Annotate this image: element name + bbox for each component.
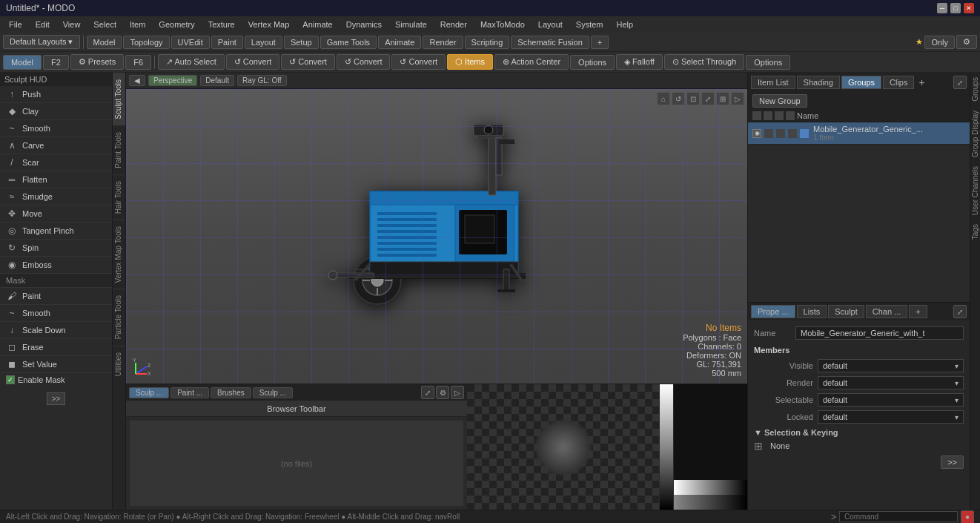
menu-item-view[interactable]: View <box>57 19 87 30</box>
item-list-tab[interactable]: Item List <box>751 76 795 89</box>
falloff-button[interactable]: ◈ Falloff <box>616 54 663 70</box>
maximize-button[interactable]: □ <box>950 3 961 13</box>
viewport-panels-button[interactable]: ⊞ <box>716 92 729 105</box>
viewport-expand-button[interactable]: ▷ <box>731 92 744 105</box>
tab-game-tools[interactable]: Game Tools <box>320 36 377 49</box>
menu-item-file[interactable]: File <box>3 19 28 30</box>
tool-flatten[interactable]: ═ Flatten <box>0 171 112 188</box>
locked-value[interactable]: default ▾ <box>818 410 964 424</box>
add-tab-button[interactable]: + <box>591 36 609 49</box>
tab-model[interactable]: Model <box>87 36 122 49</box>
convert-button-2[interactable]: ↺ Convert <box>281 54 335 70</box>
expand-button[interactable]: >> <box>47 392 66 405</box>
enable-mask-toggle[interactable]: ✓ Enable Mask <box>0 373 112 387</box>
convert-button-3[interactable]: ↺ Convert <box>337 54 391 70</box>
side-tab-utilities[interactable]: Utilities <box>113 346 125 382</box>
brushes-tab[interactable]: Brushes <box>211 387 251 398</box>
tool-erase[interactable]: ◻ Erase <box>0 339 112 356</box>
convert-button-1[interactable]: ↺ Convert <box>226 54 280 70</box>
side-tab-paint-tools[interactable]: Paint Tools <box>113 125 125 174</box>
tool-carve[interactable]: ∧ Carve <box>0 137 112 154</box>
menu-item-animate[interactable]: Animate <box>297 19 338 30</box>
clips-tab[interactable]: Clips <box>883 76 914 89</box>
shading-tab[interactable]: Shading <box>797 76 840 89</box>
prop-expand-button[interactable]: ⤢ <box>953 305 967 318</box>
command-input[interactable] <box>839 511 958 522</box>
new-group-button[interactable]: New Group <box>752 94 807 108</box>
groups-tab[interactable]: Groups <box>841 76 881 89</box>
menu-item-layout[interactable]: Layout <box>532 19 569 30</box>
add-tab-button[interactable]: + <box>918 76 924 88</box>
selectable-value[interactable]: default ▾ <box>818 393 964 407</box>
menu-item-texture[interactable]: Texture <box>202 19 241 30</box>
presets-button[interactable]: ⚙ Presets <box>70 54 124 70</box>
options-button-2[interactable]: Options <box>746 55 790 70</box>
default-button[interactable]: Default <box>200 75 234 86</box>
name-prop-value[interactable]: Mobile_Generator_Generic_with_t <box>795 326 964 340</box>
bottom-settings-button[interactable]: ⚙ <box>436 386 449 399</box>
tool-emboss[interactable]: ◉ Emboss <box>0 257 112 274</box>
menu-item-simulate[interactable]: Simulate <box>389 19 433 30</box>
viewport-zoom-fit-button[interactable]: ⊡ <box>686 92 700 105</box>
viewport-nav-prev[interactable]: ◀ <box>129 75 145 86</box>
default-layouts-button[interactable]: Default Layouts ▾ <box>3 35 80 49</box>
paint-tab[interactable]: Paint ... <box>170 387 209 398</box>
prop-expand-arrow[interactable]: >> <box>941 455 964 469</box>
settings-icon[interactable]: ⚙ <box>956 35 977 49</box>
render-value[interactable]: default ▾ <box>818 376 964 389</box>
tool-mask-paint[interactable]: 🖌 Paint <box>0 288 112 305</box>
tool-smooth[interactable]: ~ Smooth <box>0 120 112 137</box>
user-channels-side-tab[interactable]: User Channels <box>970 162 980 220</box>
select-through-button[interactable]: ⊙ Select Through <box>664 54 744 70</box>
action-center-button[interactable]: ⊕ Action Center <box>494 54 569 70</box>
tab-scripting[interactable]: Scripting <box>465 36 510 49</box>
convert-button-4[interactable]: ↺ Convert <box>391 54 446 70</box>
tool-clay[interactable]: ◆ Clay <box>0 103 112 120</box>
tab-render[interactable]: Render <box>423 36 463 49</box>
menu-item-item[interactable]: Item <box>124 19 151 30</box>
menu-item-dynamics[interactable]: Dynamics <box>340 19 388 30</box>
options-button-1[interactable]: Options <box>570 55 615 70</box>
side-tab-vertex-map[interactable]: Vertex Map Tools <box>113 220 125 289</box>
properties-tab[interactable]: Prope ... <box>751 305 795 318</box>
menu-item-render[interactable]: Render <box>434 19 473 30</box>
only-button[interactable]: Only <box>924 36 955 49</box>
side-tab-particle-tools[interactable]: Particle Tools <box>113 289 125 345</box>
perspective-button[interactable]: Perspective <box>148 75 197 86</box>
bottom-arrow-button[interactable]: ▷ <box>451 386 464 399</box>
viewport-home-button[interactable]: ⌂ <box>657 92 670 105</box>
lists-tab[interactable]: Lists <box>797 305 827 318</box>
tool-push[interactable]: ↑ Push <box>0 86 112 103</box>
tool-spin[interactable]: ↻ Spin <box>0 240 112 257</box>
menu-item-vertex-map[interactable]: Vertex Map <box>242 19 296 30</box>
tool-scale-down[interactable]: ↓ Scale Down <box>0 322 112 339</box>
sculpt-prop-tab[interactable]: Sculpt <box>828 305 864 318</box>
tab-uvedit[interactable]: UVEdit <box>171 36 210 49</box>
menu-item-geometry[interactable]: Geometry <box>153 19 200 30</box>
3d-viewport[interactable]: ⌂ ↺ ⊡ ⤢ ⊞ ▷ No Items Polygons : Face Cha… <box>126 89 747 384</box>
menu-item-help[interactable]: Help <box>611 19 640 30</box>
side-tab-hair-tools[interactable]: Hair Tools <box>113 174 125 220</box>
viewport-reset-button[interactable]: ↺ <box>672 92 685 105</box>
menu-item-system[interactable]: System <box>570 19 609 30</box>
viewport-fullscreen-button[interactable]: ⤢ <box>701 92 715 105</box>
visible-value[interactable]: default ▾ <box>818 359 964 372</box>
model-mode-button[interactable]: Model <box>3 55 42 70</box>
enable-mask-checkbox[interactable]: ✓ <box>6 375 15 384</box>
tab-paint[interactable]: Paint <box>211 36 243 49</box>
tab-setup[interactable]: Setup <box>284 36 319 49</box>
tool-smudge[interactable]: ≈ Smudge <box>0 188 112 205</box>
tab-layout[interactable]: Layout <box>245 36 282 49</box>
tool-mask-smooth[interactable]: ~ Smooth <box>0 305 112 322</box>
groups-side-tab[interactable]: Groups <box>970 73 980 106</box>
tool-set-value[interactable]: ◼ Set Value <box>0 356 112 373</box>
tool-tangent-pinch[interactable]: ◎ Tangent Pinch <box>0 223 112 240</box>
chan-tab[interactable]: Chan ... <box>866 305 908 318</box>
tags-side-tab[interactable]: Tags <box>970 220 980 244</box>
group-display-side-tab[interactable]: Group Display <box>970 106 980 162</box>
item-row-generator[interactable]: ◉ Mobile_Generator_Generic_... 1 Item <box>748 122 970 145</box>
command-record-button[interactable]: ● <box>961 510 974 524</box>
menu-item-edit[interactable]: Edit <box>30 19 56 30</box>
f2-button[interactable]: F2 <box>43 55 69 70</box>
tool-move[interactable]: ✥ Move <box>0 205 112 223</box>
